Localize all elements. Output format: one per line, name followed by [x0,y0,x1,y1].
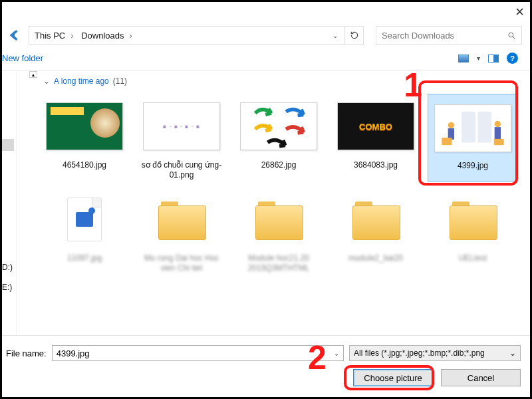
file-item[interactable]: 26862.jpg [233,94,324,182]
filename-value: 4399.jpg [57,348,90,358]
folder-icon [254,199,303,240]
file-item[interactable]: ▦ → ▦ → ▦ → ▦ sơ đồ chuỗi cung ứng-01.pn… [136,94,227,182]
drive-d[interactable]: D:) [2,263,13,272]
drive-e[interactable]: E:) [2,283,12,292]
toolbar: New folder ▾ ? [2,51,530,70]
file-label: 11097.jpg [66,253,104,273]
filename-label: File name: [6,348,47,358]
address-row: This PC › Downloads › ⌄ Search Downloads [2,22,530,51]
file-label: 26862.jpg [260,160,298,180]
filter-text: All files (*.jpg;*.jpeg;*.bmp;*.dib;*.pn… [354,348,485,358]
file-item[interactable]: Module hoc21.20 2015Q3MTHTML [233,187,324,273]
file-item[interactable]: 11097.jpg [39,187,130,273]
file-label: 4654180.jpg [61,160,108,180]
close-icon[interactable] [516,6,523,18]
image-file-icon [67,198,102,241]
column-scroll-up[interactable]: ▲ [29,71,37,78]
filetype-filter[interactable]: All files (*.jpg;*.jpeg;*.bmp;*.dib;*.pn… [349,345,521,361]
folder-icon [351,199,400,240]
file-label: UELtest [458,253,489,273]
thumbnail: ▦ → ▦ → ▦ → ▦ [143,102,220,150]
refresh-button[interactable] [344,27,363,44]
file-dialog: This PC › Downloads › ⌄ Search Downloads… [0,0,532,399]
address-bar[interactable]: This PC › Downloads › ⌄ [29,26,364,45]
search-icon [507,31,516,40]
dialog-body: D:) E:) ▲ ⌄ A long time ago (11) 1 46541… [2,70,530,335]
help-icon[interactable]: ? [507,53,518,64]
folder-icon [157,199,206,240]
preview-pane-icon[interactable] [488,55,499,63]
file-label: sơ đồ chuỗi cung ứng-01.png [136,160,227,180]
svg-point-0 [509,33,513,37]
file-item[interactable]: COMBO 3684083.jpg [331,94,421,182]
annotation-box-1 [418,80,518,186]
search-placeholder: Search Downloads [382,31,454,41]
file-item[interactable]: module2_bai20 [331,187,421,273]
file-label: Mo rong Dai hoc Hoc vien Chi tiet [136,253,227,273]
chevron-right-icon: › [70,31,76,41]
breadcrumb[interactable]: Downloads [81,31,124,41]
titlebar [2,2,530,22]
group-count: (11) [113,76,127,86]
chevron-down-icon: ⌄ [509,348,516,358]
chevron-right-icon: › [130,31,135,41]
new-folder-button[interactable]: New folder [2,53,43,63]
thumbnail [240,102,317,150]
file-item[interactable]: UELtest [428,187,518,273]
back-icon[interactable] [9,29,22,42]
thumbnail: COMBO [337,102,414,150]
annotation-1: 1 [404,71,422,104]
file-item[interactable]: 4654180.jpg [39,94,130,182]
file-label: Module hoc21.20 2015Q3MTHTML [233,253,324,273]
chevron-down-icon[interactable]: ▾ [477,55,480,62]
address-dropdown[interactable]: ⌄ [326,27,344,44]
file-list: ▲ ⌄ A long time ago (11) 1 4654180.jpg ▦… [17,71,530,335]
search-input[interactable]: Search Downloads [376,26,522,45]
folder-icon [448,199,497,240]
nav-sidebar[interactable]: D:) E:) [2,71,17,335]
breadcrumb[interactable]: This PC [35,31,65,41]
chevron-down-icon: ⌄ [43,76,50,86]
chevron-down-icon[interactable]: ⌄ [334,350,339,357]
bottom-bar: 2 File name: 4399.jpg ⌄ All files (*.jpg… [2,335,530,397]
annotation-box-2 [344,365,434,390]
cancel-button[interactable]: Cancel [441,369,521,386]
thumbnail [46,102,123,150]
view-thumbnails-icon[interactable] [458,55,469,63]
file-label: module2_bai20 [347,253,404,273]
annotation-2: 2 [308,338,327,377]
file-item[interactable]: Mo rong Dai hoc Hoc vien Chi tiet [136,187,227,273]
file-label: 3684083.jpg [352,160,399,180]
group-name: A long time ago [54,76,109,86]
filename-input[interactable]: 4399.jpg ⌄ [52,345,344,361]
